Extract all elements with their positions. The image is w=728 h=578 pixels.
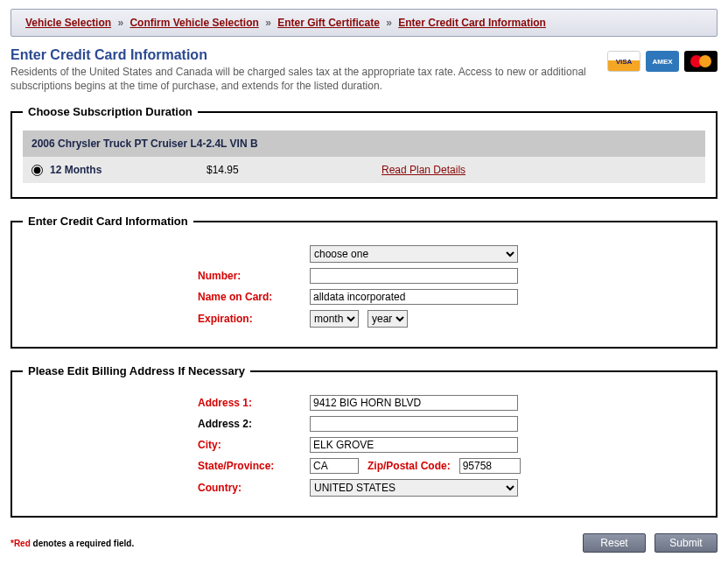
billing-fieldset: Please Edit Billing Address If Necessary… xyxy=(10,364,718,518)
page-header: Enter Credit Card Information Residents … xyxy=(10,47,718,93)
plan-row: 12 Months $14.95 Read Plan Details xyxy=(23,157,705,183)
mastercard-icon xyxy=(684,51,718,72)
country-label: Country: xyxy=(198,482,303,494)
zip-input[interactable] xyxy=(459,458,521,474)
breadcrumb-gift-certificate[interactable]: Enter Gift Certificate xyxy=(277,17,380,29)
form-footer: *Red denotes a required field. Reset Sub… xyxy=(10,533,718,553)
breadcrumb: Vehicle Selection Confirm Vehicle Select… xyxy=(10,9,718,37)
state-label: State/Province: xyxy=(198,460,303,472)
subscription-fieldset: Choose Subscription Duration 2006 Chrysl… xyxy=(10,105,718,199)
country-select[interactable]: UNITED STATES xyxy=(310,479,518,497)
card-exp-year-select[interactable]: year xyxy=(368,310,408,328)
footnote-text: denotes a required field. xyxy=(31,539,134,548)
billing-legend: Please Edit Billing Address If Necessary xyxy=(23,364,250,377)
address2-input[interactable] xyxy=(310,416,518,432)
breadcrumb-separator xyxy=(114,17,127,29)
plan-price: $14.95 xyxy=(206,164,382,176)
card-number-label: Number: xyxy=(198,270,303,282)
card-number-input[interactable] xyxy=(310,268,518,284)
breadcrumb-credit-card[interactable]: Enter Credit Card Information xyxy=(398,17,546,29)
page-description: Residents of the United States and Canad… xyxy=(10,65,590,93)
city-input[interactable] xyxy=(310,437,518,453)
address2-label: Address 2: xyxy=(198,418,303,430)
card-legend: Enter Credit Card Information xyxy=(23,215,193,228)
accepted-cards: VISA AMEX xyxy=(607,51,718,72)
page-title: Enter Credit Card Information xyxy=(10,47,590,63)
subscription-legend: Choose Subscription Duration xyxy=(23,105,198,118)
state-input[interactable] xyxy=(310,458,359,474)
card-exp-month-select[interactable]: month xyxy=(310,310,359,328)
breadcrumb-vehicle-selection[interactable]: Vehicle Selection xyxy=(25,17,111,29)
vehicle-description: 2006 Chrysler Truck PT Cruiser L4-2.4L V… xyxy=(23,130,705,157)
required-footnote: *Red denotes a required field. xyxy=(10,539,134,548)
zip-label: Zip/Postal Code: xyxy=(368,460,451,472)
address1-input[interactable] xyxy=(310,395,518,411)
card-name-input[interactable] xyxy=(310,289,518,305)
visa-icon: VISA xyxy=(607,51,640,72)
card-fieldset: Enter Credit Card Information choose one… xyxy=(10,215,718,349)
card-expiration-label: Expiration: xyxy=(198,313,303,325)
amex-icon: AMEX xyxy=(646,51,679,72)
plan-radio-12m[interactable] xyxy=(32,165,43,176)
card-type-select[interactable]: choose one xyxy=(310,245,518,263)
breadcrumb-separator xyxy=(382,17,396,29)
footnote-star: *Red xyxy=(10,539,31,548)
card-name-label: Name on Card: xyxy=(198,291,303,303)
reset-button[interactable]: Reset xyxy=(583,533,646,553)
city-label: City: xyxy=(198,439,303,451)
address1-label: Address 1: xyxy=(198,397,303,409)
breadcrumb-confirm-vehicle[interactable]: Confirm Vehicle Selection xyxy=(130,17,258,29)
submit-button[interactable]: Submit xyxy=(654,533,718,553)
plan-term: 12 Months xyxy=(50,164,102,176)
plan-details-link[interactable]: Read Plan Details xyxy=(382,164,466,176)
breadcrumb-separator xyxy=(262,17,275,29)
